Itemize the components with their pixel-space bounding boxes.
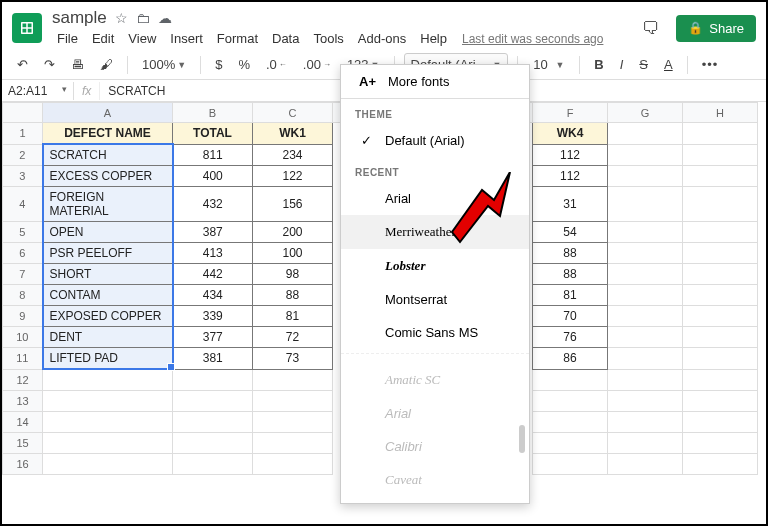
cell[interactable]: 122 [253, 166, 333, 187]
cell[interactable]: 400 [173, 166, 253, 187]
cell[interactable] [683, 264, 758, 285]
cell[interactable] [608, 390, 683, 411]
dropdown-scrollbar[interactable] [519, 425, 525, 453]
cell[interactable]: EXPOSED COPPER [43, 306, 173, 327]
cell[interactable]: WK4 [533, 123, 608, 145]
cell[interactable]: 81 [533, 285, 608, 306]
cell[interactable] [608, 306, 683, 327]
cell[interactable]: 70 [533, 306, 608, 327]
cell[interactable]: 156 [253, 187, 333, 222]
menu-addons[interactable]: Add-ons [353, 29, 411, 48]
cloud-icon[interactable]: ☁ [158, 10, 172, 26]
font-item[interactable]: Amatic SC [341, 363, 529, 397]
font-item[interactable]: Arial [341, 397, 529, 430]
row-header[interactable]: 12 [3, 369, 43, 390]
zoom-select[interactable]: 100% ▼ [137, 54, 191, 75]
cell[interactable] [43, 369, 173, 390]
cell[interactable] [173, 390, 253, 411]
row-header[interactable]: 2 [3, 144, 43, 166]
cell[interactable] [683, 285, 758, 306]
name-box[interactable]: A2:A11 ▾ [2, 82, 74, 100]
row-header[interactable]: 13 [3, 390, 43, 411]
cell[interactable]: 54 [533, 222, 608, 243]
col-header-C[interactable]: C [253, 103, 333, 123]
cell[interactable] [683, 144, 758, 166]
font-item[interactable]: Montserrat [341, 283, 529, 316]
row-header[interactable]: 1 [3, 123, 43, 145]
italic-button[interactable]: I [615, 54, 629, 75]
cell[interactable]: PSR PEELOFF [43, 243, 173, 264]
increase-decimal-button[interactable]: .00→ [298, 54, 336, 75]
cell[interactable]: SHORT [43, 264, 173, 285]
row-header[interactable]: 10 [3, 327, 43, 348]
cell[interactable] [608, 432, 683, 453]
cell[interactable] [683, 243, 758, 264]
cell[interactable] [43, 411, 173, 432]
cell[interactable] [683, 123, 758, 145]
menu-file[interactable]: File [52, 29, 83, 48]
cell[interactable]: 100 [253, 243, 333, 264]
cell[interactable] [683, 166, 758, 187]
cell[interactable]: LIFTED PAD [43, 348, 173, 370]
cell[interactable]: OPEN [43, 222, 173, 243]
cell[interactable]: 339 [173, 306, 253, 327]
font-item[interactable]: Caveat [341, 463, 529, 497]
cell[interactable] [608, 144, 683, 166]
comments-button[interactable]: 🗨 [636, 13, 666, 43]
cell[interactable]: 72 [253, 327, 333, 348]
row-header[interactable]: 5 [3, 222, 43, 243]
bold-button[interactable]: B [589, 54, 608, 75]
cell[interactable]: TOTAL [173, 123, 253, 145]
cell[interactable] [683, 187, 758, 222]
cell[interactable] [253, 432, 333, 453]
cell[interactable] [683, 348, 758, 370]
row-header[interactable]: 16 [3, 453, 43, 474]
row-header[interactable]: 7 [3, 264, 43, 285]
cell[interactable] [608, 187, 683, 222]
cell[interactable] [43, 432, 173, 453]
font-size-select[interactable]: 10 ▼ [527, 54, 570, 75]
cell[interactable]: 432 [173, 187, 253, 222]
row-header[interactable]: 3 [3, 166, 43, 187]
cell[interactable] [683, 390, 758, 411]
move-icon[interactable]: 🗀 [136, 10, 150, 26]
menu-view[interactable]: View [123, 29, 161, 48]
cell[interactable]: 811 [173, 144, 253, 166]
cell[interactable] [533, 411, 608, 432]
cell[interactable] [683, 411, 758, 432]
menu-format[interactable]: Format [212, 29, 263, 48]
print-button[interactable]: 🖶 [66, 54, 89, 75]
cell[interactable] [533, 453, 608, 474]
cell[interactable]: 442 [173, 264, 253, 285]
cell[interactable]: EXCESS COPPER [43, 166, 173, 187]
formula-bar[interactable]: SCRATCH [100, 82, 173, 100]
cell[interactable] [608, 243, 683, 264]
cell[interactable]: 377 [173, 327, 253, 348]
cell[interactable]: WK1 [253, 123, 333, 145]
cell[interactable] [173, 432, 253, 453]
cell[interactable] [533, 390, 608, 411]
paint-format-button[interactable]: 🖌 [95, 54, 118, 75]
col-header-A[interactable]: A [43, 103, 173, 123]
cell[interactable] [253, 390, 333, 411]
cell[interactable] [608, 285, 683, 306]
share-button[interactable]: 🔒 Share [676, 15, 756, 42]
row-header[interactable]: 9 [3, 306, 43, 327]
menu-insert[interactable]: Insert [165, 29, 208, 48]
toolbar-more-button[interactable]: ••• [697, 54, 724, 75]
cell[interactable] [683, 306, 758, 327]
row-header[interactable]: 14 [3, 411, 43, 432]
cell[interactable]: 31 [533, 187, 608, 222]
row-header[interactable]: 4 [3, 187, 43, 222]
cell[interactable] [43, 453, 173, 474]
col-header-H[interactable]: H [683, 103, 758, 123]
star-icon[interactable]: ☆ [115, 10, 128, 26]
cell[interactable]: 73 [253, 348, 333, 370]
percent-button[interactable]: % [233, 54, 255, 75]
cell[interactable] [608, 453, 683, 474]
cell[interactable]: 88 [533, 264, 608, 285]
cell[interactable]: 387 [173, 222, 253, 243]
cell[interactable] [173, 453, 253, 474]
menu-edit[interactable]: Edit [87, 29, 119, 48]
cell[interactable]: 88 [533, 243, 608, 264]
